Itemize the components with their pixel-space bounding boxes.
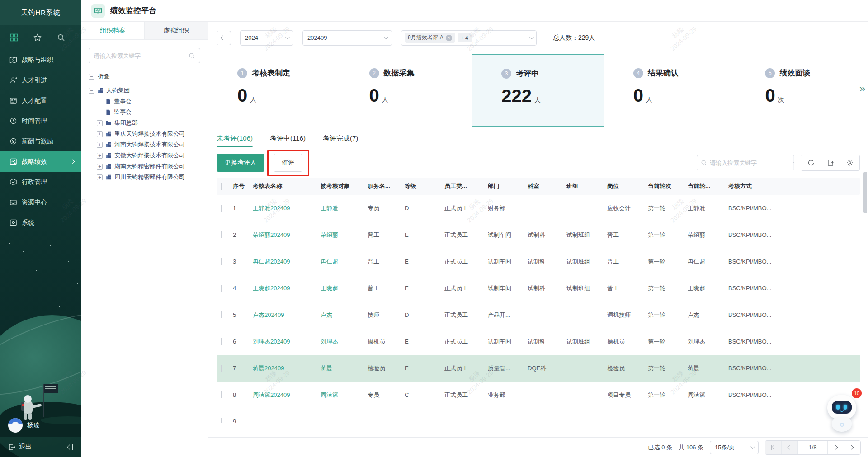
user-profile[interactable]: 杨臻 bbox=[0, 414, 81, 437]
tree-node[interactable]: + 四川天钧精密部件有限公司 bbox=[89, 172, 208, 183]
export-button[interactable] bbox=[821, 155, 840, 170]
row-checkbox[interactable] bbox=[221, 311, 222, 318]
year-select[interactable]: 2024 bbox=[240, 30, 293, 46]
table-cell[interactable]: 王静雅 bbox=[321, 204, 368, 212]
tree-node[interactable]: + 集团总部 bbox=[89, 118, 208, 128]
tree-node[interactable]: 监事会 bbox=[89, 107, 208, 118]
period-select[interactable]: 202409 bbox=[302, 30, 392, 46]
vertical-scrollbar[interactable] bbox=[863, 172, 867, 213]
table-cell[interactable]: 王晓超202409 bbox=[253, 284, 321, 292]
table-row[interactable]: 5卢杰202409卢杰技师D正式员工产品开...调机技师第一轮卢杰BSC/KPI… bbox=[217, 302, 860, 328]
assistant-robot[interactable]: 10 bbox=[824, 388, 863, 434]
expand-icon[interactable]: + bbox=[97, 153, 103, 159]
table-cell[interactable]: 周洁篪 bbox=[321, 391, 368, 399]
apps-grid-icon[interactable] bbox=[10, 33, 18, 42]
table-cell[interactable]: 蒋晨 bbox=[321, 364, 368, 372]
page-size-select[interactable]: 15条/页 bbox=[710, 441, 759, 454]
step-card-考核表制定[interactable]: 1 考核表制定 0人 bbox=[208, 54, 340, 127]
table-cell[interactable]: 冉仁超 bbox=[321, 258, 368, 266]
table-row[interactable]: 8周洁篪202409周洁篪专员C正式员工业务部项目专员第一轮周洁篪BSC/KPI… bbox=[217, 382, 860, 408]
sidebar-item-人才配置[interactable]: 人才配置 bbox=[0, 90, 81, 111]
sidebar-item-薪酬与激励[interactable]: 薪酬与激励 bbox=[0, 131, 81, 151]
table-cell[interactable]: 蒋晨202409 bbox=[253, 364, 321, 372]
select-all-checkbox[interactable] bbox=[221, 183, 222, 190]
row-checkbox[interactable] bbox=[221, 391, 222, 398]
status-tab-考评完成(7)[interactable]: 考评完成(7) bbox=[323, 134, 358, 147]
org-tab-组织档案[interactable]: 组织档案 bbox=[81, 22, 145, 39]
tree-node[interactable]: + 河南大钧焊接技术有限公司 bbox=[89, 139, 208, 150]
star-icon[interactable] bbox=[33, 33, 42, 42]
row-checkbox[interactable] bbox=[221, 285, 222, 292]
tag-close-icon[interactable]: × bbox=[446, 35, 452, 41]
table-cell[interactable]: 刘理杰 bbox=[321, 338, 368, 346]
change-reviewer-button[interactable]: 更换考评人 bbox=[217, 154, 264, 172]
table-cell[interactable]: 卢杰 bbox=[321, 311, 368, 319]
tree-node[interactable]: − 天钧集团 bbox=[89, 85, 208, 96]
expand-icon[interactable]: + bbox=[97, 164, 103, 170]
search-icon[interactable] bbox=[189, 52, 195, 59]
steps-more-chevron-icon[interactable]: » bbox=[859, 82, 865, 95]
expand-icon[interactable]: + bbox=[97, 120, 103, 126]
tree-node[interactable]: + 重庆天钧焊接技术有限公司 bbox=[89, 128, 208, 139]
expand-icon[interactable]: + bbox=[97, 174, 103, 180]
step-card-数据采集[interactable]: 2 数据采集 0人 bbox=[340, 54, 472, 127]
table-cell[interactable]: 卢杰202409 bbox=[253, 311, 321, 319]
step-card-考评中[interactable]: 3 考评中 222人 bbox=[472, 54, 604, 127]
sidebar-item-系统[interactable]: 系统 bbox=[0, 212, 81, 233]
table-row[interactable]: 3冉仁超202409冉仁超普工E正式员工试制车间试制科试制班组普工第一轮冉仁超B… bbox=[217, 248, 860, 275]
row-checkbox[interactable] bbox=[221, 418, 222, 423]
sidebar-item-战略绩效[interactable]: 战略绩效 bbox=[0, 151, 81, 172]
table-row[interactable]: 6刘理杰202409刘理杰操机员E正式员工试制车间试制科试制班组操机员第一轮刘理… bbox=[217, 328, 860, 355]
tree-node[interactable]: + 湖南天钧精密部件有限公司 bbox=[89, 161, 208, 172]
expand-icon[interactable]: + bbox=[97, 131, 103, 137]
row-checkbox[interactable] bbox=[221, 231, 222, 238]
tree-node[interactable]: 董事会 bbox=[89, 96, 208, 107]
table-cell[interactable]: 刘理杰202409 bbox=[253, 338, 321, 346]
step-card-绩效面谈[interactable]: 5 绩效面谈 0次 bbox=[736, 54, 868, 127]
refresh-button[interactable] bbox=[801, 155, 821, 170]
table-row[interactable]: 2荣绍丽202409荣绍丽普工E正式员工试制车间试制科试制班组普工第一轮荣绍丽B… bbox=[217, 221, 860, 248]
panel-collapse-button[interactable] bbox=[217, 31, 231, 45]
search-icon[interactable] bbox=[57, 33, 65, 42]
table-row[interactable]: 9 bbox=[217, 408, 860, 423]
first-page-button[interactable] bbox=[765, 441, 782, 454]
collapse-icon[interactable]: − bbox=[89, 88, 94, 94]
search-options-dropdown[interactable] bbox=[793, 155, 794, 170]
status-tab-未考评(106)[interactable]: 未考评(106) bbox=[217, 134, 253, 147]
urge-review-button[interactable]: 催评 bbox=[274, 154, 302, 172]
next-page-button[interactable] bbox=[828, 441, 844, 454]
row-checkbox[interactable] bbox=[221, 365, 222, 372]
sidebar-item-战略与组织[interactable]: 战略与组织 bbox=[0, 50, 81, 70]
table-row[interactable]: 4王晓超202409王晓超普工E正式员工试制车间试制科试制班组普工第一轮王晓超B… bbox=[217, 275, 860, 302]
sidebar-item-资源中心[interactable]: 资源中心 bbox=[0, 192, 81, 212]
table-search-input[interactable] bbox=[710, 160, 789, 166]
sidebar-item-人才引进[interactable]: 人才引进 bbox=[0, 70, 81, 90]
sidebar-item-行政管理[interactable]: 行政管理 bbox=[0, 172, 81, 192]
collapse-minus-icon[interactable]: − bbox=[89, 74, 94, 80]
row-checkbox[interactable] bbox=[221, 205, 222, 212]
settings-button[interactable] bbox=[840, 155, 859, 170]
tree-node[interactable]: + 安徽大钧焊接技术有限公司 bbox=[89, 150, 208, 161]
avatar[interactable] bbox=[8, 418, 23, 433]
last-page-button[interactable] bbox=[844, 441, 860, 454]
table-cell[interactable]: 荣绍丽202409 bbox=[253, 231, 321, 239]
table-cell[interactable]: 王静雅202409 bbox=[253, 204, 321, 212]
table-cell[interactable]: 王晓超 bbox=[321, 284, 368, 292]
table-row[interactable]: 1王静雅202409王静雅专员D正式员工财务部应收会计第一轮王静雅BSC/KPI… bbox=[217, 195, 860, 221]
prev-page-button[interactable] bbox=[782, 441, 798, 454]
org-search-input[interactable] bbox=[94, 52, 189, 59]
sidebar-item-时间管理[interactable]: 时间管理 bbox=[0, 111, 81, 131]
expand-icon[interactable]: + bbox=[97, 142, 103, 148]
table-cell[interactable]: 冉仁超202409 bbox=[253, 258, 321, 266]
table-cell[interactable]: 周洁篪202409 bbox=[253, 391, 321, 399]
step-card-结果确认[interactable]: 4 结果确认 0人 bbox=[604, 54, 736, 127]
assessment-filter-select[interactable]: 9月绩效考评-A × + 4 bbox=[401, 30, 537, 46]
row-checkbox[interactable] bbox=[221, 338, 222, 345]
tree-collapse-toggle[interactable]: − 折叠 bbox=[89, 72, 208, 80]
status-tab-考评中(116)[interactable]: 考评中(116) bbox=[270, 134, 306, 147]
org-tab-虚拟组织[interactable]: 虚拟组织 bbox=[145, 22, 208, 39]
sidebar-collapse-button[interactable] bbox=[68, 444, 73, 450]
logout-button[interactable]: 退出 bbox=[8, 443, 32, 451]
table-row[interactable]: 7蒋晨202409蒋晨检验员E正式员工质量管...DQE科检验员第一轮蒋晨BSC… bbox=[217, 355, 860, 382]
row-checkbox[interactable] bbox=[221, 258, 222, 265]
